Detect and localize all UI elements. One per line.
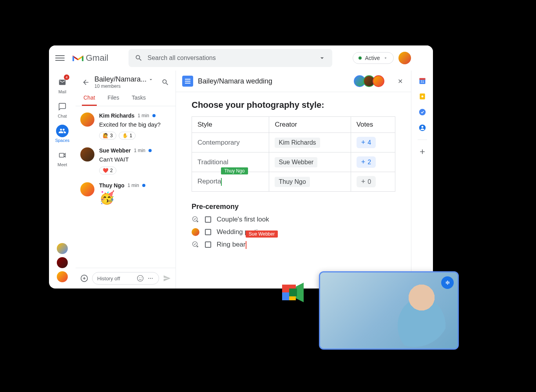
message-avatar[interactable] [80,113,94,127]
compose-input[interactable]: History off [92,272,159,285]
message-avatar[interactable] [80,182,94,196]
checkbox[interactable] [205,241,211,248]
send-icon[interactable] [163,274,171,282]
checklist-text: Ring bearSue Webber [217,241,246,249]
right-rail: 31 [411,71,433,289]
spaces-icon [58,127,66,135]
nav-mail[interactable]: Mail 4 [51,74,73,96]
message-author: Thuy Ngo [99,182,125,189]
assignee-avatar[interactable] [192,228,199,236]
messages-list: Kim Richards1 min Excited for the big da… [76,106,176,268]
style-cell: ReportaThuy Ngo [192,172,269,192]
assign-icon[interactable] [192,241,199,249]
vote-chip[interactable]: +0 [357,176,376,187]
main-menu-icon[interactable] [55,53,65,63]
recent-contact-avatar[interactable] [57,257,68,268]
reaction-chip[interactable]: ❤️2 [99,167,116,174]
checklist-item: Couple's first look [192,216,395,223]
message-avatar[interactable] [80,147,94,162]
nav-rail: Mail 4 Chat Spaces Meet [49,71,76,289]
nav-mail-label: Mail [58,89,66,94]
chat-icon [58,103,66,111]
vote-chip[interactable]: +2 [357,156,376,168]
creator-chip[interactable]: Thuy Ngo [275,177,310,187]
message-time: 1 min [134,148,145,153]
profile-avatar[interactable] [398,52,411,64]
space-members[interactable]: 10 members [94,83,157,89]
tab-chat[interactable]: Chat [82,91,97,106]
style-cell: Contemporary [192,133,269,152]
nav-chat[interactable]: Chat [51,98,73,121]
message-item: Sue Webber1 min Can't WAIT ❤️2 [80,147,171,174]
emoji-icon[interactable] [137,275,144,282]
recent-contact-avatar[interactable] [57,271,68,282]
status-label: Active [365,55,380,61]
search-space-icon[interactable] [161,78,169,86]
nav-meet[interactable]: Meet [51,147,73,169]
tasks-icon[interactable] [418,108,426,116]
checklist-item: Wedding parties [192,228,395,236]
checkbox[interactable] [205,229,211,235]
checklist-text: Couple's first look [217,216,269,223]
gmail-m-icon [72,54,83,62]
add-attachment-icon[interactable] [80,274,88,282]
compose-area: History off [76,268,176,289]
message-item: Kim Richards1 min Excited for the big da… [80,113,171,140]
table-row: Contemporary Kim Richards +4 [192,133,395,152]
search-input[interactable]: Search all conversations [147,54,313,62]
status-pill[interactable]: Active [353,52,393,64]
search-bar[interactable]: Search all conversations [129,49,332,67]
collaborator-cursor: Thuy Ngo [221,178,222,186]
svg-point-16 [421,126,423,128]
audio-active-icon [441,276,454,289]
creator-chip[interactable]: Sue Webber [275,157,317,167]
tab-files[interactable]: Files [106,91,121,106]
creator-chip[interactable]: Kim Richards [275,138,320,148]
pip-video-window[interactable] [319,271,459,350]
search-options-icon[interactable] [318,54,326,62]
chat-sidebar: Bailey/Namara... 10 members Chat Files T… [76,71,176,289]
assign-icon[interactable] [192,216,199,223]
vote-chip[interactable]: +4 [357,137,376,148]
nav-meet-label: Meet [58,162,67,167]
svg-point-1 [138,276,143,281]
rail-divider [418,140,427,140]
nav-spaces[interactable]: Spaces [51,122,73,145]
tab-tasks[interactable]: Tasks [130,91,147,106]
styles-table: Style Creator Votes Contemporary Kim Ric… [192,116,395,192]
message-text: Can't WAIT [99,155,171,163]
docs-icon [182,76,193,87]
add-addon-icon[interactable] [418,148,426,156]
message-time: 1 min [128,183,139,188]
checklist-item: Ring bearSue Webber [192,241,395,249]
message-time: 1 min [138,113,149,118]
svg-text:31: 31 [420,80,424,83]
close-document-button[interactable]: ✕ [395,76,405,86]
keep-icon[interactable] [418,93,426,100]
svg-point-6 [152,278,152,279]
reaction-chip[interactable]: ✋1 [119,132,136,140]
collaborator-avatars [356,75,384,87]
svg-point-13 [421,96,423,98]
message-emoji: 🥳 [99,190,171,205]
calendar-icon[interactable]: 31 [418,77,426,85]
back-arrow-icon[interactable] [82,78,90,86]
checkbox[interactable] [205,216,211,223]
recent-contact-avatar[interactable] [57,243,68,254]
contacts-icon[interactable] [418,124,426,132]
message-text: Excited for the big day? [99,120,171,129]
pip-video-content [320,272,458,348]
table-header: Style [192,117,269,133]
doc-heading: Choose your photography style: [192,100,395,110]
collaborator-avatar[interactable] [373,75,384,87]
gmail-logo[interactable]: Gmail [72,53,108,63]
meet-icon [58,151,66,159]
document-body[interactable]: Choose your photography style: Style Cre… [176,92,411,289]
space-title[interactable]: Bailey/Namara... [94,75,157,83]
reaction-chip[interactable]: 🙋3 [99,132,116,140]
more-options-icon[interactable] [147,275,154,282]
status-indicator-icon [359,56,362,60]
message-author: Kim Richards [99,113,134,119]
unread-indicator-icon [148,149,152,152]
nav-chat-label: Chat [58,114,67,118]
